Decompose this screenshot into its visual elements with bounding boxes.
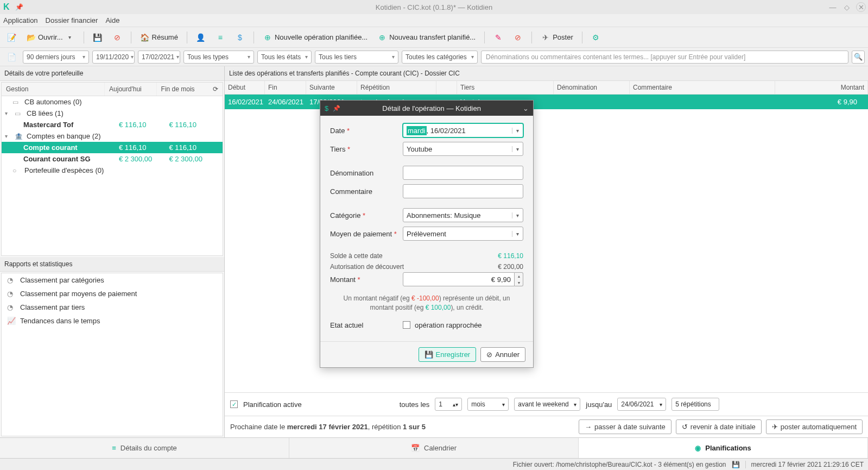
post-button[interactable]: ✈Poster <box>537 30 576 45</box>
repeat-when-combo[interactable]: avant le weekend▾ <box>514 398 580 411</box>
settings-icon[interactable]: ⚙ <box>588 30 604 45</box>
category-input[interactable]: Abonnements: Musique▾ <box>403 208 523 222</box>
tree-especes[interactable]: ○Portefeuille d'espèces (0) <box>2 165 223 176</box>
col-denom[interactable]: Dénomination <box>554 81 630 94</box>
menu-dossier[interactable]: Dossier financier <box>46 16 98 24</box>
dialog-expand-icon[interactable]: ⌄ <box>523 104 529 112</box>
repeat-count-input[interactable]: 1▴▾ <box>435 398 462 411</box>
comment-label: Commentaire <box>330 187 403 196</box>
window-title: Kotidien - CIC.kot (0.1.8)* — Kotidien <box>376 3 492 11</box>
dialog-icon: $ <box>325 104 328 112</box>
dialog-pin-icon[interactable]: 📌 <box>333 105 340 112</box>
tiers-input[interactable]: Youtube▾ <box>403 142 523 156</box>
pin-icon[interactable]: 📌 <box>15 3 23 11</box>
amount-label: Montant * <box>330 275 403 284</box>
save-button[interactable]: 💾Enregistrer <box>419 347 477 362</box>
payment-input[interactable]: Prélèvement▾ <box>403 227 523 241</box>
repeat-unit-combo[interactable]: mois▾ <box>467 398 509 411</box>
plan-active-checkbox[interactable]: ✓ <box>230 400 238 408</box>
col-fin[interactable]: Fin <box>265 81 306 94</box>
overdraft-label: Autorisation de découvert <box>330 263 404 271</box>
window-titlebar: K 📌 Kotidien - CIC.kot (0.1.8)* — Kotidi… <box>0 0 868 14</box>
clear-button[interactable]: ⊘ <box>109 30 125 45</box>
tree-compte-courant[interactable]: Compte courant € 116,10 € 116,10 <box>2 142 223 153</box>
payment-icon[interactable]: $ <box>232 30 248 45</box>
end-date-input[interactable]: 24/06/2021▾ <box>617 398 666 411</box>
maximize-icon[interactable]: ◇ <box>842 2 852 12</box>
col-gestion[interactable]: Gestion <box>2 83 105 96</box>
user-icon[interactable]: 👤 <box>193 30 209 45</box>
save-icon: 💾 <box>425 350 433 359</box>
clock-icon: ◉ <box>695 444 701 452</box>
plan-active-label: Planification active <box>243 400 302 409</box>
tree-courant-sg[interactable]: Courant courant SG € 2 300,00 € 2 300,00 <box>2 153 223 165</box>
category-label: Catégorie * <box>330 211 403 220</box>
search-button[interactable]: 🔍 <box>852 51 865 64</box>
search-input[interactable]: Dénominations ou commentaires contenant … <box>481 51 848 64</box>
date-from-input[interactable]: 19/11/2020▾ <box>92 51 135 64</box>
next-date-text: Prochaine date le mercredi 17 février 20… <box>230 423 426 431</box>
close-icon[interactable]: ✕ <box>856 2 866 12</box>
amount-up-icon[interactable]: ▴ <box>515 273 523 279</box>
menu-application[interactable]: Application <box>3 16 38 24</box>
reset-date-button[interactable]: ↺revenir à date initiale <box>676 419 762 434</box>
comment-input[interactable] <box>403 184 523 198</box>
cancel-icon: ⊘ <box>486 350 492 359</box>
denom-input[interactable] <box>403 166 523 180</box>
categories-combo[interactable]: Toutes les catégories▾ <box>402 51 478 64</box>
col-today[interactable]: Aujourd'hui <box>105 83 157 96</box>
categories-icon[interactable]: ≡ <box>212 30 229 45</box>
cancel-button[interactable]: ⊘Annuler <box>480 347 525 362</box>
repetitions-input[interactable]: 5 répétitions <box>671 398 719 411</box>
date-input[interactable]: mardi, 16/02/2021 ▾ <box>403 123 523 137</box>
filter-toolbar: 📄 90 derniers jours▾ 19/11/2020▾ 17/02/2… <box>0 48 868 66</box>
ops-title: Liste des opérations et transferts plani… <box>225 66 868 81</box>
amount-input[interactable]: € 9,90 <box>403 272 515 286</box>
reports-title: Rapports et statistiques <box>0 257 224 272</box>
report-tiers[interactable]: ◔Classement par tiers <box>2 300 223 314</box>
report-categories[interactable]: ◔Classement par catégories <box>2 273 223 287</box>
resume-button[interactable]: 🏠Résumé <box>137 30 181 45</box>
open-button[interactable]: 📂Ouvrir...▾ <box>23 30 78 45</box>
reconciled-checkbox[interactable] <box>403 321 410 329</box>
new-doc-button[interactable]: 📝 <box>3 30 20 45</box>
period-combo[interactable]: 90 derniers jours▾ <box>23 51 89 64</box>
tiers-combo[interactable]: Tous les tiers▾ <box>315 51 398 64</box>
tree-mastercard[interactable]: Mastercard Tof € 116,10 € 116,10 <box>2 119 223 130</box>
col-montant[interactable]: Montant <box>775 81 868 94</box>
save-button[interactable]: 💾 <box>90 30 106 45</box>
states-combo[interactable]: Tous les états▾ <box>257 51 312 64</box>
tiers-label: Tiers * <box>330 145 403 153</box>
arrow-right-icon: → <box>585 423 592 431</box>
reset-filter-icon[interactable]: 📄 <box>3 50 20 64</box>
types-combo[interactable]: Tous les types▾ <box>183 51 254 64</box>
tree-cb-liees[interactable]: ▾▭CB liées (1) <box>2 108 223 119</box>
date-to-input[interactable]: 17/02/2021▾ <box>138 51 180 64</box>
refresh-icon[interactable]: ⟳ <box>208 83 223 96</box>
col-suiv[interactable]: Suivante <box>306 81 357 94</box>
delete-icon[interactable]: ⊘ <box>510 30 526 45</box>
undo-icon: ↺ <box>682 423 688 431</box>
auto-post-button[interactable]: ✈poster automatiquement <box>766 419 863 434</box>
col-tiers[interactable]: Tiers <box>457 81 554 94</box>
tree-cb-autonomes[interactable]: ▭CB autonomes (0) <box>2 96 223 108</box>
tab-planifications[interactable]: ◉Planifications <box>579 438 868 458</box>
menu-aide[interactable]: Aide <box>105 16 119 24</box>
edit-icon[interactable]: ✎ <box>490 30 506 45</box>
col-rep[interactable]: Répétition <box>357 81 436 94</box>
col-eom[interactable]: Fin de mois <box>157 83 208 96</box>
col-comm[interactable]: Commentaire <box>630 81 775 94</box>
tab-calendar[interactable]: 📅Calendrier <box>289 438 579 458</box>
new-planned-op-button[interactable]: ⊕Nouvelle opération planifiée... <box>259 30 371 45</box>
tab-details[interactable]: ≡Détails du compte <box>0 438 289 458</box>
col-debut[interactable]: Début <box>225 81 265 94</box>
ops-table-header: Début Fin Suivante Répétition Tiers Déno… <box>225 81 868 95</box>
amount-down-icon[interactable]: ▾ <box>515 279 523 286</box>
col-icons <box>436 81 457 94</box>
tree-comptes[interactable]: ▾🏦Comptes en banque (2) <box>2 130 223 142</box>
minimize-icon[interactable]: — <box>828 2 838 12</box>
report-trends[interactable]: 📈Tendances dans le temps <box>2 314 223 328</box>
next-date-button[interactable]: →passer à date suivante <box>579 419 671 434</box>
report-payments[interactable]: ◔Classement par moyens de paiement <box>2 287 223 300</box>
new-planned-transfer-button[interactable]: ⊕Nouveau transfert planifié... <box>374 30 479 45</box>
